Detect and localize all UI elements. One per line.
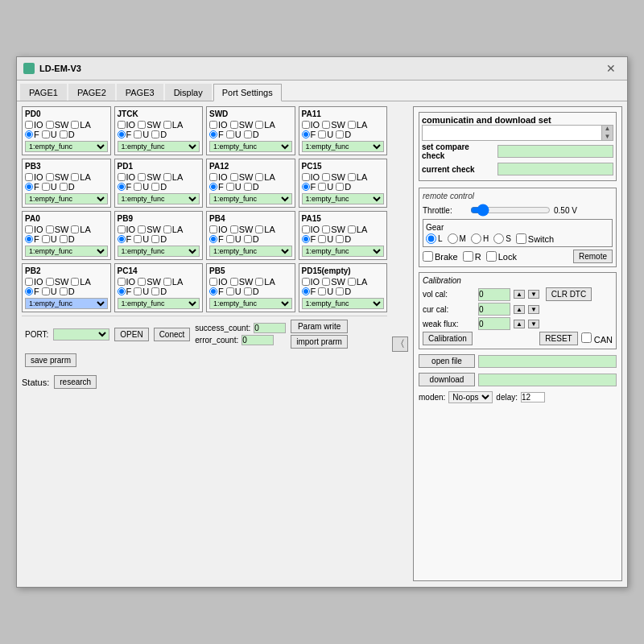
- pin-select[interactable]: 1:empty_func: [118, 141, 200, 152]
- pin-check-io[interactable]: IO: [118, 172, 136, 182]
- pin-check-u[interactable]: U: [42, 130, 57, 139]
- pin-select[interactable]: 1:empty_func: [25, 246, 108, 257]
- close-button[interactable]: ✕: [601, 60, 621, 76]
- pin-select[interactable]: 1:empty_func: [25, 298, 108, 309]
- pin-check-io[interactable]: IO: [209, 120, 228, 130]
- lock-check[interactable]: Lock: [486, 251, 517, 262]
- save-button[interactable]: save prarm: [25, 353, 76, 367]
- pin-select[interactable]: 1:empty_func: [209, 246, 292, 257]
- pin-radio-f[interactable]: F: [25, 287, 39, 296]
- pin-check-io[interactable]: IO: [25, 225, 43, 234]
- pin-check-sw[interactable]: SW: [46, 277, 69, 287]
- pin-radio-f[interactable]: F: [118, 234, 132, 244]
- pin-check-la[interactable]: LA: [255, 120, 275, 130]
- pin-check-io[interactable]: IO: [118, 225, 136, 234]
- pin-check-io[interactable]: IO: [25, 277, 43, 287]
- pin-check-sw[interactable]: SW: [322, 172, 345, 182]
- pin-check-u[interactable]: U: [134, 234, 149, 244]
- pin-check-sw[interactable]: SW: [46, 120, 69, 130]
- pin-check-la[interactable]: LA: [348, 120, 367, 130]
- pin-check-sw[interactable]: SW: [138, 120, 161, 130]
- pin-check-la[interactable]: LA: [163, 120, 183, 130]
- pin-check-u[interactable]: U: [226, 130, 242, 139]
- pin-check-la[interactable]: LA: [71, 120, 90, 130]
- pin-check-sw[interactable]: SW: [138, 172, 161, 182]
- weak-flux-down[interactable]: ▼: [528, 320, 539, 328]
- pin-check-sw[interactable]: SW: [230, 225, 254, 234]
- pin-radio-f[interactable]: F: [209, 130, 224, 139]
- pin-check-io[interactable]: IO: [302, 120, 320, 130]
- remote-button[interactable]: Remote: [573, 250, 613, 263]
- open-button[interactable]: OPEN: [114, 328, 148, 341]
- pin-check-la[interactable]: LA: [163, 277, 183, 287]
- scrollbar-thumb[interactable]: ▲ ▼: [601, 126, 613, 140]
- pin-check-u[interactable]: U: [226, 182, 242, 192]
- pin-check-sw[interactable]: SW: [322, 120, 345, 130]
- pin-radio-f[interactable]: F: [25, 130, 39, 139]
- pin-radio-f[interactable]: F: [302, 130, 316, 139]
- import-button[interactable]: import prarm: [291, 335, 348, 349]
- pin-check-sw[interactable]: SW: [230, 172, 254, 182]
- pin-radio-f[interactable]: F: [209, 182, 224, 192]
- pin-check-sw[interactable]: SW: [230, 120, 254, 130]
- pin-check-io[interactable]: IO: [209, 172, 228, 182]
- pin-check-la[interactable]: LA: [71, 225, 90, 234]
- pin-check-io[interactable]: IO: [302, 277, 320, 287]
- pin-check-u[interactable]: U: [226, 234, 242, 244]
- pin-check-u[interactable]: U: [42, 234, 57, 244]
- tab-page3[interactable]: PAGE3: [117, 84, 163, 101]
- pin-check-d[interactable]: D: [244, 182, 259, 192]
- pin-check-d[interactable]: D: [244, 234, 259, 244]
- pin-check-u[interactable]: U: [42, 182, 57, 192]
- success-input[interactable]: [254, 323, 286, 333]
- gear-h[interactable]: H: [471, 233, 489, 244]
- calibration-button[interactable]: Calibration: [423, 332, 473, 345]
- gear-l[interactable]: L: [426, 233, 443, 244]
- pin-check-u[interactable]: U: [42, 287, 57, 296]
- pin-check-u[interactable]: U: [318, 130, 333, 139]
- download-input[interactable]: [478, 374, 617, 386]
- port-select[interactable]: [53, 328, 109, 341]
- pin-check-u[interactable]: U: [318, 287, 333, 296]
- pin-check-u[interactable]: U: [318, 234, 333, 244]
- pin-select[interactable]: 1:empty_func: [209, 298, 292, 309]
- pin-radio-f[interactable]: F: [209, 287, 224, 296]
- pin-check-la[interactable]: LA: [255, 277, 275, 287]
- pin-radio-f[interactable]: F: [118, 182, 132, 192]
- r-check[interactable]: R: [463, 251, 481, 262]
- vol-cal-down[interactable]: ▼: [528, 290, 539, 299]
- pin-check-u[interactable]: U: [134, 287, 149, 296]
- pin-check-d[interactable]: D: [151, 287, 167, 296]
- pin-check-sw[interactable]: SW: [322, 277, 345, 287]
- pin-select[interactable]: 1:empty_func: [118, 298, 200, 309]
- pin-check-u[interactable]: U: [134, 130, 149, 139]
- pin-check-d[interactable]: D: [336, 130, 351, 139]
- set-compare-input[interactable]: [497, 145, 613, 158]
- reset-button[interactable]: RESET: [539, 332, 577, 345]
- chevron-button[interactable]: 〈: [392, 336, 408, 352]
- pin-check-la[interactable]: LA: [255, 172, 275, 182]
- pin-check-la[interactable]: LA: [255, 225, 275, 234]
- error-input[interactable]: [242, 335, 274, 345]
- pin-radio-f[interactable]: F: [25, 182, 39, 192]
- pin-check-sw[interactable]: SW: [138, 277, 161, 287]
- pin-check-sw[interactable]: SW: [230, 277, 254, 287]
- pin-check-d[interactable]: D: [244, 130, 259, 139]
- pin-select[interactable]: 1:empty_func: [25, 193, 108, 204]
- pin-check-la[interactable]: LA: [163, 172, 183, 182]
- pin-select[interactable]: 1:empty_func: [118, 246, 200, 257]
- pin-radio-f[interactable]: F: [25, 234, 39, 244]
- delay-input[interactable]: [521, 392, 545, 402]
- pin-select[interactable]: 1:empty_func: [302, 246, 385, 257]
- pin-check-io[interactable]: IO: [118, 277, 136, 287]
- gear-s[interactable]: S: [493, 233, 511, 244]
- tab-page1[interactable]: PAGE1: [20, 84, 67, 101]
- vol-cal-up[interactable]: ▲: [514, 290, 525, 299]
- can-check[interactable]: CAN: [581, 332, 613, 345]
- pin-check-u[interactable]: U: [134, 182, 149, 192]
- pin-check-d[interactable]: D: [336, 182, 351, 192]
- pin-select[interactable]: 1:empty_func: [118, 193, 200, 204]
- connect-button[interactable]: Conect: [154, 328, 191, 341]
- throttle-slider[interactable]: [470, 204, 551, 217]
- pin-radio-f[interactable]: F: [302, 234, 316, 244]
